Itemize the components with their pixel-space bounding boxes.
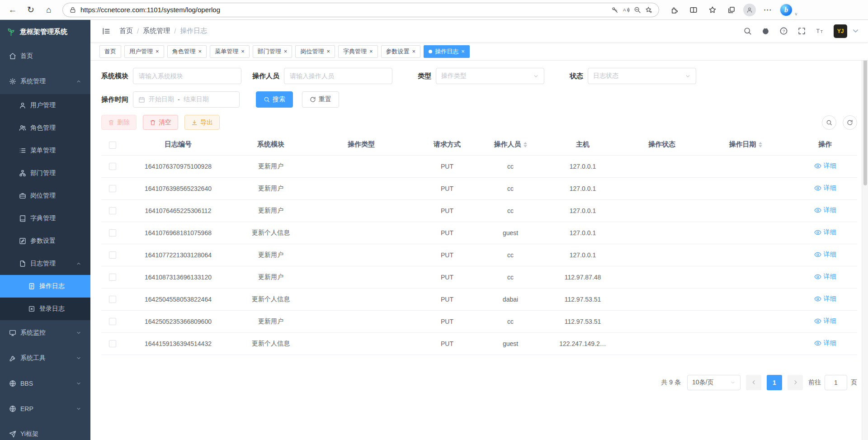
password-key-icon[interactable] [611, 6, 618, 14]
clear-button[interactable]: 清空 [143, 115, 178, 130]
tab-dict-management[interactable]: 字典管理× [338, 45, 378, 58]
font-size-icon[interactable]: TT [816, 27, 824, 35]
zoom-out-icon[interactable] [634, 6, 641, 14]
url-text[interactable]: https://ccnetcore.com:1101/system/log/op… [80, 6, 607, 14]
status-select[interactable]: 日志状态 [588, 68, 696, 84]
row-checkbox[interactable] [109, 318, 116, 325]
address-bar[interactable]: https://ccnetcore.com:1101/system/log/op… [62, 3, 659, 17]
tab-close-icon[interactable]: × [156, 48, 159, 54]
sidebar-item-dict-management[interactable]: 字典管理 [0, 207, 90, 230]
sidebar-item-yi-framework[interactable]: Yi框架 [0, 421, 90, 440]
sidebar-item-home[interactable]: 首页 [0, 43, 90, 69]
type-select[interactable]: 操作类型 [436, 68, 544, 84]
next-page-button[interactable] [788, 375, 803, 390]
sidebar-item-menu-management[interactable]: 菜单管理 [0, 139, 90, 162]
col-op-date-sortable[interactable]: 操作日期 [698, 134, 793, 155]
tab-menu-management[interactable]: 菜单管理× [210, 45, 250, 58]
sidebar-item-system-management[interactable]: 系统管理 [0, 69, 90, 94]
current-page-button[interactable]: 1 [767, 375, 782, 390]
detail-link[interactable]: 详细 [814, 317, 836, 325]
sort-carets-icon[interactable] [759, 140, 762, 149]
search-button[interactable]: 搜索 [256, 91, 293, 108]
row-checkbox[interactable] [109, 251, 116, 259]
sort-carets-icon[interactable] [524, 140, 527, 149]
goto-page-input[interactable] [825, 375, 847, 390]
sidebar-item-system-monitor[interactable]: 系统监控 [0, 320, 90, 345]
detail-link[interactable]: 详细 [814, 184, 836, 192]
more-options-icon[interactable]: ⋯ [760, 2, 775, 18]
row-checkbox[interactable] [109, 207, 116, 214]
tab-user-management[interactable]: 用户管理× [124, 45, 164, 58]
col-operator-sortable[interactable]: 操作人员 [481, 134, 540, 155]
row-checkbox[interactable] [109, 229, 116, 237]
row-checkbox[interactable] [109, 296, 116, 303]
row-checkbox[interactable] [109, 274, 116, 281]
sidebar-item-login-log[interactable]: 登录日志 [0, 298, 90, 320]
sidebar-item-bbs[interactable]: BBS [0, 371, 90, 396]
read-aloud-icon[interactable]: A [623, 6, 630, 14]
module-input[interactable] [133, 68, 241, 84]
user-avatar[interactable]: YJ [834, 24, 847, 38]
sidebar-item-operation-log[interactable]: 操作日志 [0, 275, 90, 298]
detail-link[interactable]: 详细 [814, 339, 836, 347]
tab-close-icon[interactable]: × [326, 48, 330, 54]
home-button[interactable]: ⌂ [41, 2, 57, 18]
tab-post-management[interactable]: 岗位管理× [295, 45, 335, 58]
breadcrumb-system-management[interactable]: 系统管理 [143, 27, 170, 35]
tab-close-icon[interactable]: × [198, 48, 202, 54]
breadcrumb-home[interactable]: 首页 [119, 27, 133, 35]
detail-link[interactable]: 详细 [814, 206, 836, 214]
sidebar-toggle[interactable] [99, 24, 114, 39]
tab-close-icon[interactable]: × [369, 48, 373, 54]
reset-button[interactable]: 重置 [302, 91, 339, 108]
add-favorite-star-icon[interactable] [645, 6, 652, 14]
back-button[interactable]: ← [5, 2, 21, 18]
github-icon[interactable] [761, 27, 770, 35]
sidebar-item-erp[interactable]: ERP [0, 396, 90, 421]
row-checkbox[interactable] [109, 340, 116, 347]
refresh-table-button[interactable] [843, 115, 857, 130]
sidebar-item-log-management[interactable]: 日志管理 [0, 252, 90, 275]
sidebar-item-system-tools[interactable]: 系统工具 [0, 345, 90, 371]
question-icon[interactable]: ? [779, 27, 788, 35]
collections-icon[interactable] [724, 2, 739, 18]
delete-button[interactable]: 删除 [101, 115, 137, 130]
tab-close-icon[interactable]: × [412, 48, 416, 54]
detail-link[interactable]: 详细 [814, 273, 836, 281]
row-checkbox[interactable] [109, 185, 116, 192]
sidebar-item-user-management[interactable]: 用户管理 [0, 94, 90, 117]
sidebar-item-role-management[interactable]: 角色管理 [0, 117, 90, 139]
refresh-button[interactable]: ↻ [23, 2, 39, 18]
select-all-checkbox[interactable] [109, 142, 116, 149]
split-screen-icon[interactable] [686, 2, 701, 18]
favorites-icon[interactable] [705, 2, 720, 18]
chevron-down-icon[interactable]: ˅ [795, 12, 797, 18]
detail-link[interactable]: 详细 [814, 228, 836, 237]
extensions-puzzle-icon[interactable] [667, 2, 682, 18]
page-size-select[interactable]: 10条/页 [687, 375, 741, 390]
fullscreen-icon[interactable] [797, 27, 806, 35]
bing-logo[interactable]: b [779, 3, 793, 17]
tab-close-icon[interactable]: × [284, 48, 288, 54]
operator-input[interactable] [284, 68, 392, 84]
tab-param-settings[interactable]: 参数设置× [381, 45, 421, 58]
detail-link[interactable]: 详细 [814, 295, 836, 303]
sidebar-item-param-settings[interactable]: 参数设置 [0, 230, 90, 252]
tab-dept-management[interactable]: 部门管理× [253, 45, 292, 58]
tab-home[interactable]: 首页 [99, 45, 121, 58]
tab-close-icon[interactable]: × [241, 48, 245, 54]
detail-link[interactable]: 详细 [814, 251, 836, 259]
tab-operation-log[interactable]: 操作日志× [424, 45, 470, 58]
row-checkbox[interactable] [109, 163, 116, 170]
chevron-down-icon[interactable] [851, 27, 860, 35]
tab-role-management[interactable]: 角色管理× [167, 45, 207, 58]
search-icon[interactable] [743, 27, 752, 35]
profile-avatar[interactable] [743, 4, 756, 16]
export-button[interactable]: 导出 [184, 115, 220, 130]
sidebar-item-post-management[interactable]: 岗位管理 [0, 185, 90, 207]
prev-page-button[interactable] [746, 375, 761, 390]
date-range-picker[interactable]: 开始日期 - 结束日期 [133, 91, 240, 108]
tab-close-icon[interactable]: × [461, 48, 465, 54]
detail-link[interactable]: 详细 [814, 162, 836, 170]
sidebar-item-dept-management[interactable]: 部门管理 [0, 162, 90, 185]
